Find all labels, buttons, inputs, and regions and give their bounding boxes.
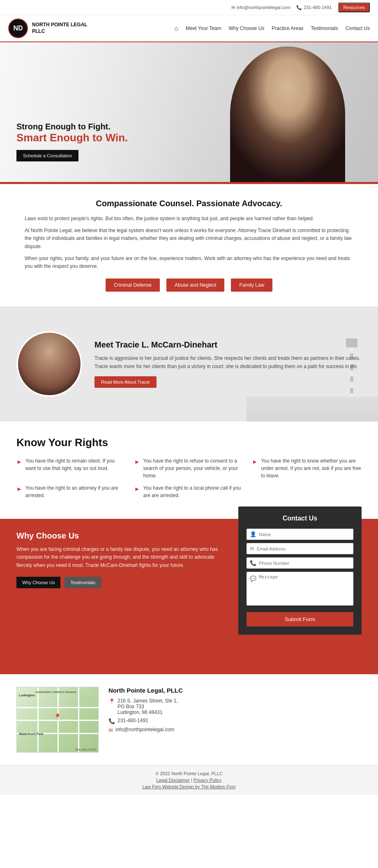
phone-info: 📞 231-480-1491: [296, 5, 332, 10]
meet-bio: Tracie is aggressive in her pursuit of j…: [94, 355, 362, 370]
right-item-1: ► You have the right to remain silent. I…: [16, 457, 126, 479]
submit-form-button[interactable]: Submit Form: [247, 612, 353, 626]
email-icon: ✉: [231, 5, 235, 10]
nav-contact-us[interactable]: Contact Us: [346, 25, 370, 31]
footer-details: North Pointe Legal, PLLC 📍 216 S. James …: [108, 687, 362, 736]
footer-email-row: ✉ info@northpointelegal.com: [108, 727, 362, 733]
rights-section: Know Your Rights ► You have the right to…: [0, 421, 378, 519]
phone-icon: 📞: [296, 5, 302, 10]
map-road-v3: [78, 687, 79, 752]
phone-field-wrapper: 📞: [247, 557, 353, 569]
logo-initials: ND: [13, 25, 23, 32]
privacy-policy-link[interactable]: Privacy Policy: [194, 778, 221, 783]
right-text-5: You have the right to know whether you a…: [261, 457, 362, 479]
footer-map: Ludington Sandcastles Children's Museum …: [16, 687, 99, 753]
right-text-2: You have the right to an attorney if you…: [25, 484, 126, 499]
compassionate-section: Compassionate Counsel. Passionate Advoca…: [0, 184, 378, 306]
compassionate-para2: At North Pointe Legal, we believe that t…: [25, 227, 353, 251]
right-item-4: ► You have the right to a local phone ca…: [134, 484, 244, 499]
nav-meet-your-team[interactable]: Meet Your Team: [186, 25, 221, 31]
name-field-wrapper: 👤: [247, 529, 353, 540]
footer-credit: Law Firm Website Design by The Modern Fi…: [8, 784, 370, 789]
schedule-consultation-button[interactable]: Schedule a Consultation: [16, 150, 78, 161]
email-text: info@northpointelegal.com: [237, 5, 290, 10]
hero-tagline-1: Strong Enough to Fight.: [16, 122, 128, 131]
rights-grid: ► You have the right to remain silent. I…: [16, 457, 362, 499]
legal-disclaimer-link[interactable]: Legal Disclaimer: [157, 778, 190, 783]
nav-why-choose-us[interactable]: Why Choose Us: [229, 25, 265, 31]
user-icon: 👤: [250, 531, 256, 537]
email-field-wrapper: ✉: [247, 543, 353, 554]
right-icon-2: ►: [16, 485, 22, 493]
message-field-wrapper: 💬: [247, 572, 353, 606]
map-label-ludington: Ludington: [19, 693, 35, 697]
rights-contact-wrapper: Know Your Rights ► You have the right to…: [0, 421, 378, 674]
message-icon: 💬: [250, 576, 256, 582]
compassionate-heading: Compassionate Counsel. Passionate Advoca…: [25, 199, 353, 208]
person-silhouette: [230, 46, 345, 182]
footer-email-text: info@northpointelegal.com: [115, 727, 174, 732]
right-item-3: ► You have the right to refuse to consen…: [134, 457, 244, 479]
right-icon-4: ►: [134, 485, 140, 493]
map-placeholder: Ludington Sandcastles Children's Museum …: [17, 687, 98, 752]
abuse-neglect-button[interactable]: Abuse and Neglect: [166, 279, 224, 292]
why-choose-content: Why Choose Us When you are facing crimin…: [16, 531, 230, 588]
tracie-photo: [16, 331, 82, 397]
contact-form-box: Contact Us 👤 ✉ 📞 💬 Submit Form: [238, 507, 362, 635]
why-choose-heading: Why Choose Us: [16, 531, 230, 541]
footer-links: Legal Disclaimer | Privacy Policy: [8, 778, 370, 783]
phone-form-icon: 📞: [250, 560, 256, 566]
message-input[interactable]: [259, 574, 350, 603]
nav-practice-areas[interactable]: Practice Areas: [272, 25, 303, 31]
tracie-photo-inner: [18, 333, 81, 395]
right-item-5: ► You have the right to know whether you…: [252, 457, 362, 479]
footer-email-icon: ✉: [108, 727, 113, 733]
logo: ND NORTH POINTE LEGAL PLLC: [8, 18, 88, 38]
meet-tracie-section: Meet Tracie L. McCarn-Dinehart Tracie is…: [0, 306, 378, 421]
resources-button[interactable]: Resources: [338, 2, 370, 12]
footer-info: Ludington Sandcastles Children's Museum …: [0, 674, 378, 765]
footer-phone-text: 231-480-1491: [118, 718, 148, 723]
map-label-waterfront: Waterfront Park: [19, 732, 44, 736]
phone-input[interactable]: [259, 561, 350, 566]
compassionate-para1: Laws exist to protect people's rights. B…: [25, 215, 353, 223]
nav-links: ⌂ Meet Your Team Why Choose Us Practice …: [174, 25, 370, 32]
map-label-sandcastles: Sandcastles Children's Museum: [35, 691, 76, 693]
right-icon-1: ►: [16, 458, 22, 466]
lighthouse-water: [247, 397, 378, 421]
rights-heading: Know Your Rights: [16, 436, 362, 449]
meet-heading: Meet Tracie L. McCarn-Dinehart: [94, 340, 362, 350]
meet-content: Meet Tracie L. McCarn-Dinehart Tracie is…: [94, 340, 362, 387]
top-bar: ✉ info@northpointelegal.com 📞 231-480-14…: [0, 0, 378, 15]
right-text-4: You have the right to a local phone call…: [143, 484, 244, 499]
phone-text: 231-480-1491: [304, 5, 332, 10]
footer-bottom: © 2022 North Pointe Legal, PLLC Legal Di…: [0, 765, 378, 795]
main-nav: ND NORTH POINTE LEGAL PLLC ⌂ Meet Your T…: [0, 15, 378, 42]
map-road-v1: [37, 687, 39, 752]
right-text-3: You have the right to refuse to consent …: [143, 457, 244, 479]
nav-testimonials[interactable]: Testimonials: [311, 25, 338, 31]
design-credit-link[interactable]: Law Firm Website Design by The Modern Fi…: [143, 784, 236, 789]
why-choose-button[interactable]: Why Choose Us: [16, 577, 60, 588]
footer-address: 📍 216 S. James Street, Ste 1, PO Box 733…: [108, 698, 362, 715]
contact-form-heading: Contact Us: [247, 515, 353, 522]
family-law-button[interactable]: Family Law: [231, 279, 272, 292]
testimonials-button[interactable]: Testimonials: [65, 577, 101, 588]
criminal-defense-button[interactable]: Criminal Defense: [106, 279, 160, 292]
logo-circle: ND: [8, 18, 28, 38]
name-input[interactable]: [259, 532, 350, 537]
home-icon[interactable]: ⌂: [174, 25, 178, 32]
practice-buttons: Criminal Defense Abuse and Neglect Famil…: [25, 279, 353, 292]
hero-content: Strong Enough to Fight. Smart Enough to …: [0, 122, 144, 182]
footer-phone-row: 📞 231-480-1491: [108, 718, 362, 724]
right-item-2: ► You have the right to an attorney if y…: [16, 484, 126, 499]
footer-copyright: © 2022 North Pointe Legal, PLLC: [8, 771, 370, 776]
why-choose-section: Why Choose Us When you are facing crimin…: [0, 519, 378, 674]
right-icon-5: ►: [252, 458, 258, 466]
footer-phone-icon: 📞: [108, 718, 115, 724]
read-more-tracie-button[interactable]: Read More About Tracie: [94, 376, 157, 388]
contact-info: ✉ info@northpointelegal.com 📞 231-480-14…: [231, 5, 332, 10]
email-input[interactable]: [257, 546, 350, 551]
map-pin: 📍: [53, 713, 62, 721]
logo-text: NORTH POINTE LEGAL PLLC: [32, 22, 88, 35]
